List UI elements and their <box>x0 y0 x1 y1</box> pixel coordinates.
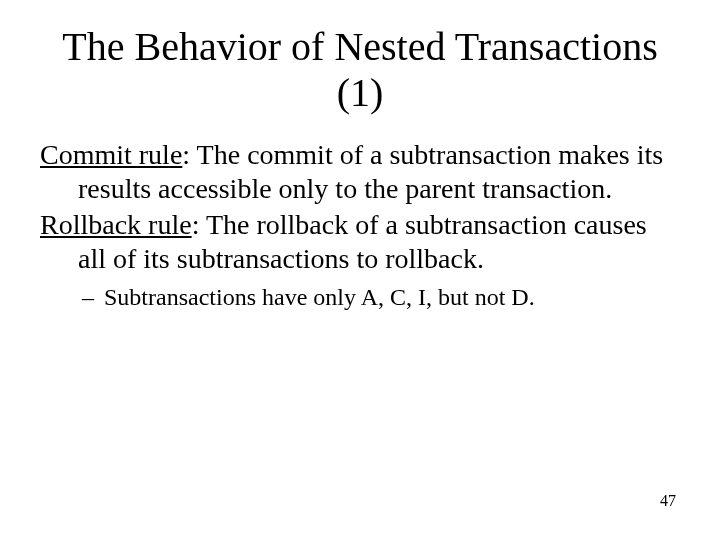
page-number: 47 <box>660 492 676 510</box>
commit-rule-label: Commit rule <box>40 139 182 170</box>
slide-title: The Behavior of Nested Transactions (1) <box>40 24 680 116</box>
dash-icon: – <box>82 283 104 312</box>
body-text: Commit rule: The commit of a subtransact… <box>40 138 680 312</box>
commit-rule-paragraph: Commit rule: The commit of a subtransact… <box>40 138 680 206</box>
sub-bullet-line: –Subtransactions have only A, C, I, but … <box>40 283 680 312</box>
rollback-rule-paragraph: Rollback rule: The rollback of a subtran… <box>40 208 680 276</box>
rollback-rule-label: Rollback rule <box>40 209 192 240</box>
sub-bullet-text: Subtransactions have only A, C, I, but n… <box>104 284 535 310</box>
slide: The Behavior of Nested Transactions (1) … <box>0 0 720 540</box>
